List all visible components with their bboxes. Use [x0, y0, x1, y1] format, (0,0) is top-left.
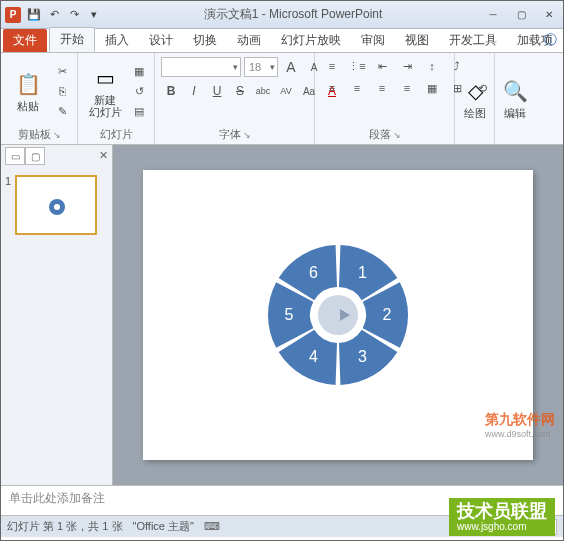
tab-file[interactable]: 文件 [3, 29, 47, 52]
new-slide-button[interactable]: ▭ 新建 幻灯片 [84, 64, 126, 118]
qat-more-button[interactable]: ▾ [85, 6, 103, 24]
watermark-jsgho-url: www.jsgho.com [457, 522, 547, 532]
watermark-d9soft: 第九软件网 www.d9soft.com [485, 411, 555, 439]
bold-button[interactable]: B [161, 81, 181, 101]
cycle-segment-label: 6 [309, 264, 318, 281]
quick-access-toolbar: 💾 ↶ ↷ ▾ [25, 6, 103, 24]
justify-button[interactable]: ≡ [396, 79, 418, 97]
app-icon: P [5, 7, 21, 23]
group-editing: 🔍 编辑 [495, 53, 535, 144]
workspace: ▭ ▢ ✕ 1 123456 [1, 145, 563, 485]
tab-animations[interactable]: 动画 [227, 29, 271, 52]
cycle-segment-label: 3 [358, 348, 367, 365]
reset-button[interactable]: ↺ [130, 82, 148, 100]
font-group-label: 字体 [219, 127, 241, 142]
tab-view[interactable]: 视图 [395, 29, 439, 52]
columns-button[interactable]: ▦ [421, 79, 443, 97]
italic-button[interactable]: I [184, 81, 204, 101]
tab-transitions[interactable]: 切换 [183, 29, 227, 52]
tab-slideshow[interactable]: 幻灯片放映 [271, 29, 351, 52]
font-dialog-launcher[interactable]: ↘ [243, 130, 251, 140]
tab-home[interactable]: 开始 [49, 27, 95, 52]
editing-button[interactable]: 🔍 编辑 [501, 77, 529, 119]
redo-button[interactable]: ↷ [65, 6, 83, 24]
spacing-button[interactable]: AV [276, 81, 296, 101]
tab-design[interactable]: 设计 [139, 29, 183, 52]
language-indicator[interactable]: ⌨ [204, 520, 220, 533]
paragraph-group-label: 段落 [369, 127, 391, 142]
tab-review[interactable]: 审阅 [351, 29, 395, 52]
group-drawing: ◇ 绘图 [455, 53, 495, 144]
editing-label: 编辑 [504, 107, 526, 119]
drawing-label: 绘图 [464, 107, 486, 119]
tab-developer[interactable]: 开发工具 [439, 29, 507, 52]
center-circle [318, 295, 358, 335]
slides-group-label: 幻灯片 [100, 127, 133, 142]
close-button[interactable]: ✕ [539, 7, 559, 23]
paste-button[interactable]: 📋 粘贴 [7, 70, 49, 112]
underline-button[interactable]: U [207, 81, 227, 101]
thumb-panel-close[interactable]: ✕ [99, 149, 108, 162]
group-paragraph: ≡ ⋮≡ ⇤ ⇥ ↕ ⤴ ≡ ≡ ≡ ≡ ▦ ⊞ ⟲ 段落↘ [315, 53, 455, 144]
watermark-d9soft-url: www.d9soft.com [485, 429, 555, 439]
window-title: 演示文稿1 - Microsoft PowerPoint [103, 6, 483, 23]
font-size-combo[interactable]: 18 [244, 57, 278, 77]
slide-canvas[interactable]: 123456 [143, 170, 533, 460]
cut-button[interactable]: ✂ [53, 62, 71, 80]
strike-button[interactable]: S [230, 81, 250, 101]
slide-thumbnail[interactable] [15, 175, 97, 235]
titlebar: P 💾 ↶ ↷ ▾ 演示文稿1 - Microsoft PowerPoint ─… [1, 1, 563, 29]
cycle-segment-label: 5 [285, 306, 294, 323]
thumbnail-item[interactable]: 1 [5, 175, 108, 235]
new-slide-label: 新建 幻灯片 [89, 94, 122, 118]
thumb-tab-outline[interactable]: ▢ [25, 147, 45, 165]
maximize-button[interactable]: ▢ [511, 7, 531, 23]
watermark-jsgho: 技术员联盟 www.jsgho.com [449, 498, 555, 536]
grow-font-button[interactable]: A [281, 57, 301, 77]
bullets-button[interactable]: ≡ [321, 57, 343, 75]
group-slides: ▭ 新建 幻灯片 ▦ ↺ ▤ 幻灯片 [78, 53, 155, 144]
cycle-diagram[interactable]: 123456 [258, 235, 418, 395]
mini-diagram-icon [47, 197, 67, 217]
copy-button[interactable]: ⎘ [53, 82, 71, 100]
align-center-button[interactable]: ≡ [346, 79, 368, 97]
svg-point-1 [54, 204, 60, 210]
slide-counter: 幻灯片 第 1 张，共 1 张 [7, 519, 123, 534]
paste-label: 粘贴 [17, 100, 39, 112]
clipboard-dialog-launcher[interactable]: ↘ [53, 130, 61, 140]
window-controls: ─ ▢ ✕ [483, 7, 559, 23]
cycle-segment-label: 1 [358, 264, 367, 281]
clipboard-icon: 📋 [14, 70, 42, 98]
line-spacing-button[interactable]: ↕ [421, 57, 443, 75]
section-button[interactable]: ▤ [130, 102, 148, 120]
undo-button[interactable]: ↶ [45, 6, 63, 24]
indent-inc-button[interactable]: ⇥ [396, 57, 418, 75]
layout-button[interactable]: ▦ [130, 62, 148, 80]
save-button[interactable]: 💾 [25, 6, 43, 24]
indent-dec-button[interactable]: ⇤ [371, 57, 393, 75]
shapes-icon: ◇ [461, 77, 489, 105]
theme-name: "Office 主题" [133, 519, 194, 534]
help-icon[interactable]: ⓘ [544, 31, 557, 49]
minimize-button[interactable]: ─ [483, 7, 503, 23]
drawing-button[interactable]: ◇ 绘图 [461, 77, 489, 119]
align-left-button[interactable]: ≡ [321, 79, 343, 97]
find-icon: 🔍 [501, 77, 529, 105]
font-name-combo[interactable] [161, 57, 241, 77]
thumb-number: 1 [5, 175, 11, 235]
watermark-d9soft-main: 第九软件网 [485, 411, 555, 427]
cycle-segment-label: 4 [309, 348, 318, 365]
cycle-segment-label: 2 [383, 306, 392, 323]
ribbon: ⓘ 📋 粘贴 ✂ ⎘ ✎ 剪贴板↘ ▭ 新建 幻灯片 ▦ ↺ ▤ [1, 53, 563, 145]
format-painter-button[interactable]: ✎ [53, 102, 71, 120]
shadow-button[interactable]: abc [253, 81, 273, 101]
ribbon-tabs: 文件 开始 插入 设计 切换 动画 幻灯片放映 审阅 视图 开发工具 加载项 [1, 29, 563, 53]
align-right-button[interactable]: ≡ [371, 79, 393, 97]
numbering-button[interactable]: ⋮≡ [346, 57, 368, 75]
thumb-tabs: ▭ ▢ [5, 147, 45, 165]
tab-insert[interactable]: 插入 [95, 29, 139, 52]
watermark-jsgho-main: 技术员联盟 [457, 502, 547, 520]
thumb-tab-slides[interactable]: ▭ [5, 147, 25, 165]
new-slide-icon: ▭ [91, 64, 119, 92]
paragraph-dialog-launcher[interactable]: ↘ [393, 130, 401, 140]
